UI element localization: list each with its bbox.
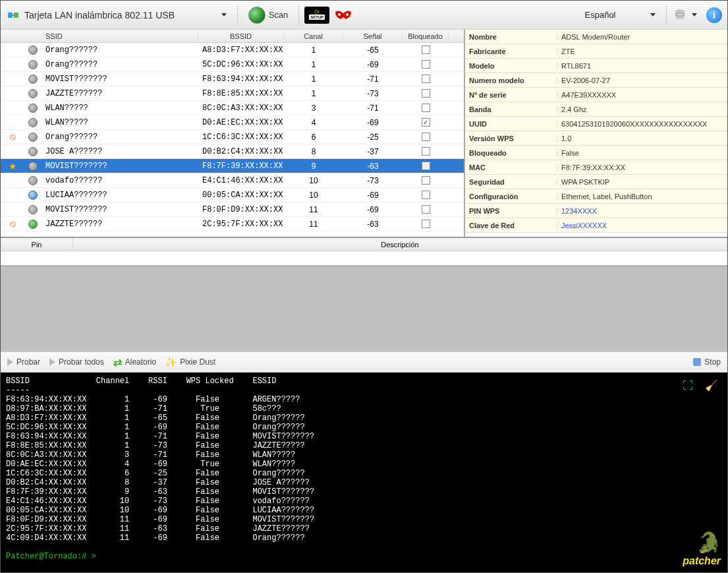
- table-row[interactable]: MOVIST???????F8:0F:D9:XX:XX:XX11-69: [1, 202, 464, 217]
- chevron-down-icon[interactable]: [692, 13, 697, 16]
- channel-cell: 4: [284, 118, 343, 127]
- property-value: RTL8671: [557, 62, 727, 70]
- property-row: PIN WPS1234XXXX: [465, 204, 727, 218]
- bssid-cell: 00:05:CA:XX:XX:XX: [198, 191, 284, 200]
- locked-cell[interactable]: [403, 75, 449, 83]
- header-bssid[interactable]: BSSID: [198, 32, 284, 40]
- crocodile-mascot: 🐊: [696, 531, 721, 555]
- property-value: EV-2006-07-27: [557, 76, 727, 84]
- table-row[interactable]: ★MOVIST???????F8:7F:39:XX:XX:XX9-63: [1, 159, 464, 173]
- aleatorio-button[interactable]: ⇄Aleatorio: [113, 356, 156, 369]
- adapter-dropdown[interactable]: Tarjeta LAN inalámbrica 802.11 USB: [24, 10, 217, 20]
- terminal-output[interactable]: BSSID Channel RSSI WPS Locked ESSID ----…: [1, 373, 727, 572]
- header-channel[interactable]: Canal: [284, 32, 343, 40]
- pin-grid-body[interactable]: [1, 251, 727, 266]
- signal-cell: -37: [343, 147, 403, 156]
- ssid-cell: Orang??????: [42, 133, 198, 142]
- scan-icon: [248, 7, 266, 24]
- property-key: Modelo: [465, 62, 557, 70]
- locked-cell[interactable]: [403, 220, 449, 228]
- property-value: WPA PSKTKIP: [557, 178, 727, 186]
- header-signal[interactable]: Señal: [343, 32, 403, 40]
- signal-icon: [24, 118, 42, 127]
- table-row[interactable]: ⦸JAZZTE??????2C:95:7F:XX:XX:XX11-63: [1, 217, 464, 231]
- property-value[interactable]: 1234XXXX: [557, 207, 727, 215]
- header-ssid[interactable]: SSID: [42, 32, 198, 40]
- mask-icon[interactable]: [333, 7, 353, 24]
- signal-icon: [24, 205, 42, 214]
- signal-icon: [24, 220, 42, 229]
- property-row: UUID63041253101920060XXXXXXXXXXXXXXXX: [465, 117, 727, 131]
- clear-icon[interactable]: 🧹: [705, 379, 718, 392]
- table-row[interactable]: WLAN?????D0:AE:EC:XX:XX:XX4-69✓: [1, 115, 464, 130]
- table-row[interactable]: JAZZTE??????F8:8E:85:XX:XX:XX1-73: [1, 86, 464, 101]
- locked-cell[interactable]: [403, 205, 449, 214]
- bssid-cell: F8:8E:85:XX:XX:XX: [198, 89, 284, 98]
- locked-cell[interactable]: [403, 191, 449, 199]
- table-row[interactable]: Orang??????A8:D3:F7:XX:XX:XX1-65: [1, 43, 464, 57]
- table-row[interactable]: vodafo??????E4:C1:46:XX:XX:XX10-73: [1, 173, 464, 188]
- locked-cell[interactable]: [403, 162, 449, 170]
- table-row[interactable]: JOSE A??????D0:B2:C4:XX:XX:XX8-37: [1, 144, 464, 159]
- locked-cell[interactable]: [403, 176, 449, 185]
- channel-cell: 11: [284, 205, 343, 214]
- properties-pane[interactable]: NombreADSL Modem/RouterFabricanteZTEMode…: [465, 30, 727, 237]
- bssid-cell: 2C:95:7F:XX:XX:XX: [198, 220, 284, 229]
- table-row[interactable]: LUCIAA???????00:05:CA:XX:XX:XX10-69: [1, 188, 464, 202]
- ssid-cell: MOVIST???????: [42, 75, 198, 84]
- wps-setup-icon[interactable]: ⟳SETUP: [304, 7, 329, 24]
- grid-body[interactable]: Orang??????A8:D3:F7:XX:XX:XX1-65Orang???…: [1, 43, 464, 237]
- database-icon[interactable]: [672, 7, 688, 23]
- patcher-logo: patcher: [683, 555, 721, 567]
- property-row: Clave de RedJessiXXXXXX: [465, 218, 727, 233]
- expand-icon[interactable]: ⛶: [683, 380, 693, 392]
- ssid-cell: WLAN?????: [42, 118, 198, 127]
- chevron-down-icon[interactable]: [650, 13, 656, 16]
- scan-label: Scan: [269, 10, 289, 20]
- stop-button[interactable]: Stop: [693, 357, 721, 367]
- shuffle-icon: ⇄: [113, 356, 122, 369]
- property-value: A47E39XXXXXX: [557, 91, 727, 99]
- property-value[interactable]: JessiXXXXXX: [557, 222, 727, 229]
- locked-cell[interactable]: [403, 60, 449, 69]
- table-row[interactable]: WLAN?????8C:0C:A3:XX:XX:XX3-71: [1, 101, 464, 115]
- property-row: MACF8:7F:39:XX:XX:XX: [465, 160, 727, 175]
- wand-icon: ✨: [165, 357, 177, 367]
- signal-cell: -65: [343, 45, 403, 55]
- probar-todos-button[interactable]: Probar todos: [49, 357, 104, 367]
- locked-cell[interactable]: ✓: [403, 118, 449, 127]
- channel-cell: 10: [284, 191, 343, 200]
- locked-cell[interactable]: [403, 45, 449, 54]
- locked-cell[interactable]: [403, 89, 449, 98]
- header-pin[interactable]: Pin: [1, 238, 73, 251]
- header-locked[interactable]: Bloqueado: [403, 32, 449, 40]
- locked-cell[interactable]: [403, 104, 449, 112]
- table-row[interactable]: MOVIST???????F8:63:94:XX:XX:XX1-71: [1, 72, 464, 86]
- ssid-cell: MOVIST???????: [42, 162, 198, 171]
- svg-rect-0: [8, 13, 13, 18]
- signal-icon: [24, 104, 42, 113]
- pixie-dust-button[interactable]: ✨Pixie Dust: [165, 357, 215, 367]
- main-toolbar: Tarjeta LAN inalámbrica 802.11 USB Scan …: [1, 1, 727, 30]
- signal-cell: -63: [343, 220, 403, 229]
- header-desc[interactable]: Descripción: [73, 238, 727, 251]
- signal-cell: -73: [343, 89, 403, 98]
- info-icon[interactable]: i: [706, 7, 722, 23]
- bssid-cell: F8:63:94:XX:XX:XX: [198, 75, 284, 84]
- table-row[interactable]: ⦸Orang??????1C:C6:3C:XX:XX:XX6-25: [1, 130, 464, 144]
- svg-point-2: [338, 13, 341, 16]
- property-row: Nº de serieA47E39XXXXXX: [465, 88, 727, 102]
- stop-icon: [693, 358, 701, 366]
- probar-button[interactable]: Probar: [7, 357, 40, 367]
- scan-button[interactable]: Scan: [243, 4, 294, 26]
- ssid-cell: Orang??????: [42, 60, 198, 69]
- signal-icon: [24, 89, 42, 98]
- locked-cell[interactable]: [403, 147, 449, 156]
- signal-cell: -69: [343, 118, 403, 127]
- channel-cell: 6: [284, 133, 343, 142]
- property-row: ConfiguraciónEthernet, Label, PushButton: [465, 189, 727, 204]
- locked-cell[interactable]: [403, 133, 449, 141]
- table-row[interactable]: Orang??????5C:DC:96:XX:XX:XX1-69: [1, 57, 464, 72]
- language-dropdown[interactable]: Español: [554, 10, 646, 20]
- chevron-down-icon[interactable]: [221, 13, 227, 16]
